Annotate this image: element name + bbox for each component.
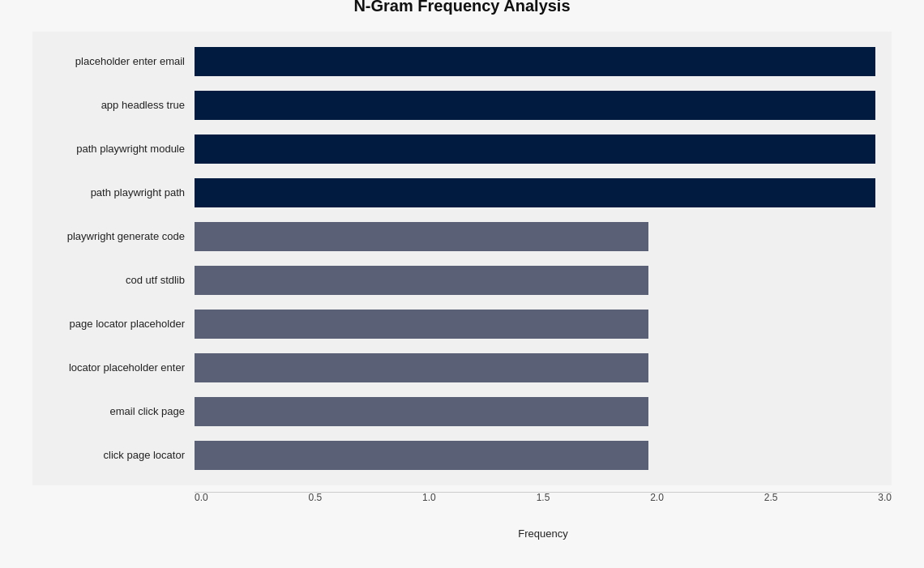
x-tick: 3.0 — [878, 492, 892, 503]
bar-row: email click page — [32, 393, 875, 430]
bar-track — [195, 47, 875, 76]
x-tick: 0.0 — [195, 492, 208, 503]
bar-label: page locator placeholder — [32, 318, 195, 330]
bar-row: locator placeholder enter — [32, 349, 875, 386]
chart-container: N-Gram Frequency Analysis placeholder en… — [16, 0, 908, 568]
chart-title: N-Gram Frequency Analysis — [32, 0, 892, 15]
bar-label: path playwright module — [32, 143, 195, 155]
bar-label: email click page — [32, 405, 195, 417]
x-axis-line — [195, 492, 892, 493]
bar-fill — [195, 178, 875, 207]
bar-track — [195, 353, 875, 382]
bar-row: app headless true — [32, 87, 875, 124]
bar-fill — [195, 266, 648, 295]
bar-fill — [195, 222, 648, 251]
bar-row: cod utf stdlib — [32, 262, 875, 299]
bar-label: cod utf stdlib — [32, 274, 195, 286]
bar-fill — [195, 91, 875, 120]
x-tick: 2.5 — [764, 492, 778, 503]
bar-fill — [195, 441, 648, 470]
bar-label: locator placeholder enter — [32, 361, 195, 374]
chart-area: placeholder enter emailapp headless true… — [32, 32, 892, 485]
bar-label: playwright generate code — [32, 230, 195, 242]
bar-track — [195, 178, 875, 207]
x-axis-area: 0.00.51.01.52.02.53.0 — [195, 492, 892, 524]
bar-row: playwright generate code — [32, 218, 875, 255]
bar-track — [195, 91, 875, 120]
bar-fill — [195, 135, 875, 164]
bar-row: placeholder enter email — [32, 43, 875, 80]
x-tick: 1.5 — [537, 492, 550, 503]
x-axis-label: Frequency — [195, 527, 892, 540]
bar-fill — [195, 353, 648, 382]
bar-row: page locator placeholder — [32, 305, 875, 343]
bar-row: click page locator — [32, 437, 875, 474]
bar-track — [195, 135, 875, 164]
x-ticks: 0.00.51.01.52.02.53.0 — [195, 492, 892, 503]
bar-track — [195, 397, 875, 426]
bar-track — [195, 441, 875, 470]
bar-label: path playwright path — [32, 186, 195, 199]
x-tick: 0.5 — [309, 492, 323, 503]
x-tick: 1.0 — [422, 492, 436, 503]
bar-track — [195, 222, 875, 251]
bar-label: app headless true — [32, 99, 195, 111]
x-tick: 2.0 — [650, 492, 664, 503]
bar-row: path playwright path — [32, 174, 875, 211]
bar-track — [195, 266, 875, 295]
bar-label: placeholder enter email — [32, 55, 195, 67]
bar-fill — [195, 397, 648, 426]
bar-track — [195, 310, 875, 339]
bar-fill — [195, 310, 648, 339]
bar-row: path playwright module — [32, 130, 875, 168]
bar-fill — [195, 47, 875, 76]
bar-label: click page locator — [32, 449, 195, 461]
